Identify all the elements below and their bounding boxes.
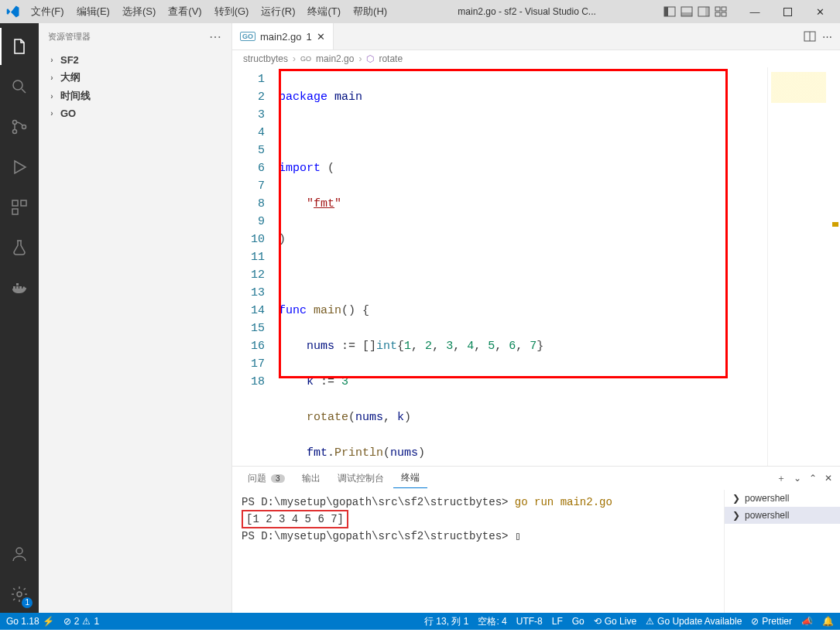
layout-panel-icon[interactable] [679, 4, 694, 19]
status-go-live[interactable]: ⟲Go Live [594, 616, 636, 627]
layout-sidebar-right-icon[interactable] [696, 4, 711, 19]
panel-tab-problems[interactable]: 问题3 [240, 469, 293, 488]
layout-sidebar-left-icon[interactable] [662, 4, 677, 19]
terminal-prompt: PS D:\mysetup\gopath\src\sf2\structbytes… [242, 530, 515, 542]
editor-more-icon[interactable]: ⋯ [822, 31, 832, 43]
layout-custom-icon[interactable] [713, 4, 729, 19]
panel-tab-terminal[interactable]: 终端 [393, 468, 427, 488]
tree-section-go[interactable]: ›GO [39, 105, 231, 121]
window-close-icon[interactable]: ✕ [806, 1, 834, 22]
activity-debug-icon[interactable] [0, 149, 39, 186]
tree-section-timeline[interactable]: ›时间线 [39, 87, 231, 105]
status-problems[interactable]: ⊘2 ⚠1 [63, 616, 99, 627]
status-prettier[interactable]: ⊘Prettier [751, 616, 792, 627]
warning-icon: ⚠ [82, 616, 91, 627]
problems-count-badge: 3 [271, 474, 285, 483]
svg-point-13 [13, 130, 17, 134]
status-go-version[interactable]: Go 1.18 ⚡ [6, 616, 54, 627]
panel-new-terminal-icon[interactable]: ＋ [777, 472, 786, 485]
svg-point-23 [17, 592, 22, 597]
menu-help[interactable]: 帮助(H) [348, 2, 392, 21]
svg-rect-6 [715, 7, 720, 11]
tab-modified-indicator: 1 [307, 31, 312, 43]
svg-rect-17 [12, 209, 18, 214]
window-title: main2.go - sf2 - Visual Studio C... [392, 6, 662, 17]
status-indent[interactable]: 空格: 4 [478, 615, 506, 628]
activity-account-icon[interactable] [0, 535, 39, 573]
breadcrumbs[interactable]: structbytes › GO main2.go › ⬡ rotate [232, 50, 840, 67]
tab-main2-go[interactable]: GO main2.go 1 ✕ [232, 23, 334, 50]
powershell-icon: ❯ [732, 510, 740, 521]
titlebar: 文件(F) 编辑(E) 选择(S) 查看(V) 转到(G) 运行(R) 终端(T… [0, 0, 840, 23]
activity-docker-icon[interactable] [0, 269, 39, 306]
activity-explorer-icon[interactable] [0, 28, 39, 65]
menu-run[interactable]: 运行(R) [256, 2, 300, 21]
crumb-file[interactable]: main2.go [316, 53, 354, 64]
terminal-session-powershell-1[interactable]: ❯powershell [725, 490, 840, 507]
window-maximize-icon[interactable] [773, 1, 801, 22]
crumb-symbol[interactable]: rotate [379, 53, 403, 64]
terminal-cursor: ▯ [515, 530, 521, 542]
tree-label: 时间线 [60, 89, 91, 103]
svg-rect-3 [681, 12, 692, 16]
window-controls: ― ✕ [662, 1, 834, 22]
terminal-output[interactable]: PS D:\mysetup\gopath\src\sf2\structbytes… [232, 490, 724, 613]
overview-ruler[interactable] [829, 67, 840, 466]
menu-select[interactable]: 选择(S) [118, 2, 160, 21]
svg-point-22 [16, 548, 22, 554]
terminal-sessions-list: ❯powershell ❯powershell [724, 490, 840, 613]
panel-dropdown-icon[interactable]: ⌄ [794, 473, 801, 484]
svg-rect-19 [16, 286, 19, 289]
svg-point-14 [22, 125, 26, 129]
window-minimize-icon[interactable]: ― [741, 1, 769, 22]
activity-scm-icon[interactable] [0, 108, 39, 145]
svg-point-11 [13, 80, 22, 90]
status-eol[interactable]: LF [552, 616, 563, 627]
terminal-prompt: PS D:\mysetup\gopath\src\sf2\structbytes… [242, 496, 515, 508]
svg-rect-20 [19, 286, 22, 289]
panel-tab-debug[interactable]: 调试控制台 [330, 469, 392, 488]
panel-maximize-icon[interactable]: ⌃ [809, 473, 817, 484]
terminal-session-powershell-2[interactable]: ❯powershell [725, 507, 840, 524]
status-encoding[interactable]: UTF-8 [516, 616, 543, 627]
svg-rect-10 [783, 8, 791, 15]
status-cursor-pos[interactable]: 行 13, 列 1 [424, 615, 468, 628]
crumb-folder[interactable]: structbytes [243, 53, 288, 64]
code-content[interactable]: package main import ( "fmt" ) func main(… [279, 70, 767, 466]
svg-rect-9 [722, 12, 726, 16]
explorer-sidebar: 资源管理器 ⋯ ›SF2 ›大纲 ›时间线 ›GO [39, 23, 232, 613]
status-feedback-icon[interactable]: 📣 [801, 616, 813, 627]
tree-folder-sf2[interactable]: ›SF2 [39, 52, 231, 68]
editor-area: GO main2.go 1 ✕ ⋯ structbytes › GO main2… [232, 23, 840, 613]
svg-rect-15 [12, 200, 18, 206]
menu-bar: 文件(F) 编辑(E) 选择(S) 查看(V) 转到(G) 运行(R) 终端(T… [26, 2, 392, 21]
svg-rect-18 [13, 286, 15, 289]
activity-search-icon[interactable] [0, 68, 39, 105]
tree-section-outline[interactable]: ›大纲 [39, 68, 231, 87]
activity-bar: 1 [0, 23, 39, 613]
status-go-update[interactable]: ⚠Go Update Available [646, 616, 742, 627]
status-language[interactable]: Go [572, 616, 585, 627]
panel-close-icon[interactable]: ✕ [825, 473, 832, 484]
status-bell-icon[interactable]: 🔔 [822, 616, 834, 627]
menu-terminal[interactable]: 终端(T) [303, 2, 345, 21]
menu-view[interactable]: 查看(V) [163, 2, 206, 21]
activity-settings-icon[interactable]: 1 [0, 576, 39, 613]
bottom-panel: 问题3 输出 调试控制台 终端 ＋ ⌄ ⌃ ✕ PS D:\mysetup\go… [232, 466, 840, 613]
no-icon: ⊘ [751, 616, 759, 627]
powershell-icon: ❯ [732, 493, 740, 504]
split-editor-icon[interactable] [804, 30, 816, 43]
menu-goto[interactable]: 转到(G) [210, 2, 254, 21]
error-icon: ⊘ [63, 616, 71, 627]
sidebar-more-icon[interactable]: ⋯ [209, 29, 222, 44]
menu-file[interactable]: 文件(F) [26, 2, 69, 21]
minimap[interactable] [767, 67, 829, 466]
code-editor[interactable]: 123456789101112131415161718 package main… [232, 67, 767, 466]
menu-edit[interactable]: 编辑(E) [72, 2, 115, 21]
activity-extensions-icon[interactable] [0, 189, 39, 226]
svg-point-12 [13, 121, 17, 125]
tab-filename: main2.go [260, 31, 301, 43]
panel-tab-output[interactable]: 输出 [294, 469, 328, 488]
activity-testing-icon[interactable] [0, 229, 39, 266]
tab-close-icon[interactable]: ✕ [317, 31, 325, 43]
